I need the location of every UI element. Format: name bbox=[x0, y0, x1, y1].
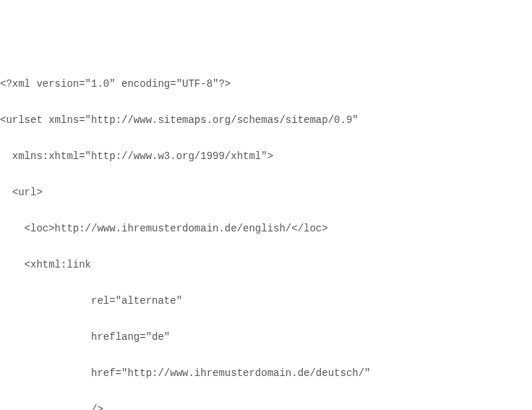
code-block: <?xml version="1.0" encoding="UTF-8"?> <… bbox=[0, 57, 532, 410]
code-line: <loc>http://www.ihremusterdomain.de/engl… bbox=[0, 220, 532, 238]
code-line: <xhtml:link bbox=[0, 256, 532, 274]
code-line: xmlns:xhtml="http://www.w3.org/1999/xhtm… bbox=[0, 148, 532, 166]
code-line: <?xml version="1.0" encoding="UTF-8"?> bbox=[0, 75, 532, 93]
code-line: hreflang="de" bbox=[0, 328, 532, 346]
code-line: <url> bbox=[0, 184, 532, 202]
code-line: href="http://www.ihremusterdomain.de/deu… bbox=[0, 364, 532, 383]
code-line: <urlset xmlns="http://www.sitemaps.org/s… bbox=[0, 111, 532, 129]
code-line: /> bbox=[0, 401, 532, 410]
code-line: rel="alternate" bbox=[0, 292, 532, 310]
